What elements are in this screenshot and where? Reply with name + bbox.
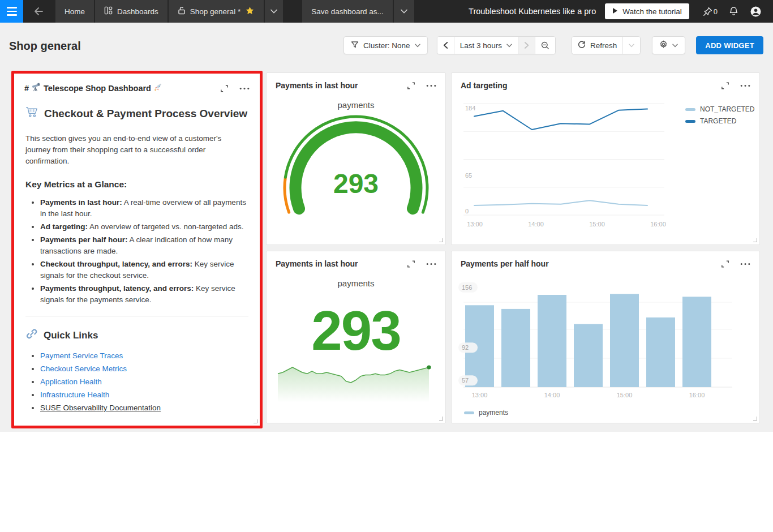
- link-checkout-service-metrics[interactable]: Checkout Service Metrics: [40, 364, 127, 373]
- rocket-emoji-icon: [154, 83, 162, 93]
- list-item: Application Health: [40, 376, 248, 388]
- dashboards-icon: [104, 6, 113, 16]
- expand-icon[interactable]: [217, 81, 231, 95]
- legend-swatch: [464, 411, 474, 414]
- svg-text:57: 57: [462, 377, 469, 384]
- sparkline-chart[interactable]: [267, 362, 445, 415]
- divider: [25, 316, 248, 316]
- refresh-button[interactable]: Refresh: [572, 37, 622, 54]
- list-item: Payments in last hour: A real-time overv…: [40, 197, 248, 220]
- watch-tutorial-button[interactable]: Watch the tutorial: [605, 3, 689, 19]
- time-forward-chevron-right-icon[interactable]: [518, 37, 535, 54]
- star-icon[interactable]: [245, 6, 255, 17]
- save-dashboard-as-button[interactable]: Save dashboard as...: [302, 0, 393, 23]
- link-suse-observability-documentation[interactable]: SUSE Observability Documentation: [40, 404, 161, 412]
- legend-item[interactable]: NOT_TARGETED: [685, 105, 754, 113]
- cart-emoji-icon: [25, 106, 38, 121]
- list-item: Ad targeting: An overview of targeted vs…: [40, 221, 248, 233]
- refresh-icon: [578, 41, 586, 50]
- svg-text:14:00: 14:00: [528, 221, 544, 228]
- resize-handle[interactable]: [439, 417, 443, 421]
- tab-dashboards[interactable]: Dashboards: [95, 0, 168, 23]
- play-icon: [612, 7, 618, 16]
- ellipsis-menu-icon[interactable]: [424, 79, 439, 92]
- tab-shop-general[interactable]: Shop general *: [169, 0, 264, 23]
- save-dashboard-chevron-down-icon[interactable]: [394, 0, 414, 23]
- dashboard-page: Home Dashboards Shop general *: [0, 0, 773, 532]
- legend-item[interactable]: payments: [464, 409, 508, 417]
- resize-handle[interactable]: [254, 419, 257, 423]
- widget-ad-targeting: Ad targeting 18465013:0014:0015:0016:00 …: [451, 72, 760, 245]
- widget-header: Payments in last hour: [267, 251, 445, 268]
- metrics-heading: Key Metrics at a Glance:: [25, 179, 248, 190]
- ellipsis-menu-icon[interactable]: [424, 257, 439, 271]
- refresh-chevron-down-icon[interactable]: [622, 37, 640, 54]
- svg-text:14:00: 14:00: [544, 392, 560, 398]
- pin-count: 0: [714, 7, 718, 16]
- legend-swatch: [685, 108, 695, 111]
- markdown-intro: This section gives you an end-to-end vie…: [25, 133, 248, 167]
- quicklinks-heading: Quick Links: [25, 328, 248, 343]
- chart-legend: NOT_TARGETED TARGETED: [685, 105, 754, 125]
- svg-text:13:00: 13:00: [472, 392, 488, 398]
- link-infrastructure-health[interactable]: Infrastructure Health: [40, 391, 109, 399]
- bar-chart[interactable]: 156925713:0014:0015:0016:00: [452, 251, 759, 404]
- link-application-health[interactable]: Application Health: [40, 377, 102, 386]
- toolbar: Cluster: None Last 3 hours: [343, 36, 763, 54]
- expand-icon[interactable]: [403, 257, 418, 271]
- legend-item[interactable]: TARGETED: [685, 117, 754, 125]
- svg-text:15:00: 15:00: [589, 221, 605, 228]
- pin-icon[interactable]: 0: [697, 0, 723, 23]
- menu-icon[interactable]: [0, 0, 23, 23]
- svg-text:65: 65: [465, 172, 472, 179]
- ellipsis-menu-icon[interactable]: [237, 81, 252, 95]
- series-label: payments: [267, 278, 445, 288]
- quicklinks-list: Payment Service Traces Checkout Service …: [25, 350, 248, 414]
- series-label: payments: [267, 100, 445, 110]
- resize-handle[interactable]: [753, 417, 757, 421]
- add-widget-button[interactable]: ADD WIDGET: [696, 36, 763, 54]
- topbar-actions: 0: [697, 0, 767, 23]
- promo-text: Troubleshoot Kubernetes like a pro: [469, 7, 596, 16]
- tab-home[interactable]: Home: [55, 0, 94, 23]
- line-chart[interactable]: 18465013:0014:0015:0016:00: [452, 73, 759, 231]
- settings-gear-button[interactable]: [652, 36, 685, 54]
- svg-text:293: 293: [333, 169, 379, 199]
- time-range-button[interactable]: Last 3 hours: [454, 37, 518, 54]
- user-avatar-icon[interactable]: [744, 0, 767, 23]
- back-arrow-icon[interactable]: [28, 0, 49, 23]
- list-item: Payments per half hour: A clear indicati…: [40, 234, 248, 257]
- list-item: Payment Service Traces: [40, 350, 248, 362]
- telescope-emoji-icon: [32, 83, 41, 93]
- resize-handle[interactable]: [753, 238, 757, 242]
- filter-funnel-icon: [351, 41, 359, 50]
- svg-text:16:00: 16:00: [650, 221, 666, 228]
- dashboard-tabs: Home Dashboards Shop general *: [55, 0, 283, 23]
- chevron-down-icon: [415, 44, 420, 48]
- resize-handle[interactable]: [439, 238, 443, 242]
- svg-text:184: 184: [465, 105, 475, 111]
- link-payment-service-traces[interactable]: Payment Service Traces: [40, 351, 123, 360]
- cluster-filter-button[interactable]: Cluster: None: [343, 36, 428, 54]
- bell-icon[interactable]: [723, 0, 744, 23]
- markdown-widget-highlighted: # Telescope Shop Dashboard: [11, 71, 263, 428]
- markdown-heading: Checkout & Payment Process Overview: [25, 106, 248, 121]
- gear-icon: [659, 40, 668, 50]
- list-item: Payments throughput, latency, and errors…: [40, 283, 248, 306]
- metrics-list: Payments in last hour: A real-time overv…: [25, 197, 248, 306]
- metric-value: 293: [267, 303, 445, 358]
- gauge-chart[interactable]: 293: [267, 110, 445, 231]
- expand-icon[interactable]: [403, 79, 418, 92]
- time-back-chevron-left-icon[interactable]: [437, 37, 454, 54]
- list-item: Checkout Service Metrics: [40, 363, 248, 375]
- svg-text:92: 92: [462, 344, 469, 351]
- tabs-chevron-down-icon[interactable]: [265, 0, 283, 23]
- svg-text:15:00: 15:00: [617, 392, 633, 398]
- chevron-down-icon: [506, 44, 512, 48]
- list-item: Infrastructure Health: [40, 389, 248, 401]
- widget-header: # Telescope Shop Dashboard: [14, 74, 260, 93]
- lock-open-icon: [178, 6, 186, 16]
- page-header: Shop general Cluster: None Last 3 hours: [0, 23, 773, 68]
- zoom-out-icon[interactable]: [535, 37, 555, 54]
- legend-swatch: [685, 120, 695, 123]
